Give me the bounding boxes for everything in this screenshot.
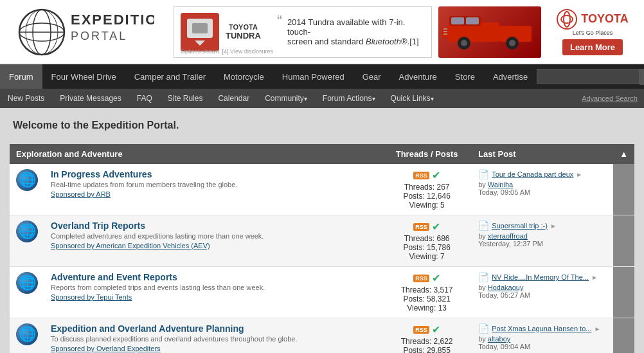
row-expand-toggle[interactable] <box>613 164 634 215</box>
last-post-time: Today, 09:05 AM <box>478 188 607 196</box>
forum-title-link[interactable]: In Progress Adventures <box>51 169 375 179</box>
forum-row-stats: RSS ✔ Threads: 686 Posts: 15,786 Viewing… <box>382 215 472 267</box>
next-arrow-icon: ► <box>591 274 598 281</box>
subnav-quick-links[interactable]: Quick Links <box>383 89 442 108</box>
svg-point-22 <box>564 12 570 27</box>
subnav-site-rules[interactable]: Site Rules <box>160 89 211 108</box>
check-icon: ✔ <box>432 323 440 336</box>
forum-section-header: Exploration and Adventure Threads / Post… <box>10 144 634 164</box>
expand-icon[interactable]: ▲ <box>620 149 628 159</box>
main-navigation: Forum Four Wheel Drive Camper and Traile… <box>0 64 644 89</box>
forum-row-info: Overland Trip Reports Completed adventur… <box>44 215 382 267</box>
rss-icon: RSS <box>413 326 429 334</box>
last-post-author-link[interactable]: Wainiha <box>488 181 513 188</box>
svg-point-13 <box>461 40 467 46</box>
forum-row-info: Expedition and Overland Adventure Planni… <box>44 318 382 354</box>
check-icon: ✔ <box>432 272 440 284</box>
advanced-search-link[interactable]: Advanced Search <box>582 95 644 102</box>
row-expand-toggle[interactable] <box>613 267 634 318</box>
last-post-time: Yesterday, 12:37 PM <box>478 240 607 248</box>
col-expand: ▲ <box>613 144 634 164</box>
forum-row-icon <box>10 318 44 354</box>
forum-stats-icons: RSS ✔ <box>388 272 465 284</box>
ad-text: 2014 Tundra available with 7-in. touch- … <box>287 17 425 46</box>
next-arrow-icon: ► <box>594 325 600 332</box>
forum-description: Real-time updates from forum members tra… <box>51 181 375 188</box>
ad-brand-label: TOYOTA TUNDRA <box>226 23 261 41</box>
svg-point-15 <box>509 40 515 46</box>
svg-rect-10 <box>451 17 464 24</box>
search-icon[interactable]: 🔍 <box>640 69 644 85</box>
forum-description: Reports from completed trips and events … <box>51 284 375 291</box>
table-row: Adventure and Event Reports Reports from… <box>10 267 634 318</box>
last-post-icon-row: 📄 Post Xmas Laguna Hansen to... ► <box>478 323 607 334</box>
last-post-icon-row: 📄 Supersmall trip :-) ► <box>478 221 607 231</box>
sponsor-link[interactable]: Sponsored by Tepui Tents <box>51 293 132 301</box>
forum-title-link[interactable]: Overland Trip Reports <box>51 221 375 231</box>
forum-title-link[interactable]: Adventure and Event Reports <box>51 272 375 282</box>
table-row: Expedition and Overland Adventure Planni… <box>10 318 634 354</box>
nav-item-adventure[interactable]: Adventure <box>390 64 446 89</box>
last-post-author-link[interactable]: xterraoffroad <box>488 232 528 240</box>
row-expand-toggle[interactable] <box>613 318 634 354</box>
last-post-time: Today, 09:04 AM <box>478 343 607 350</box>
col-header-threads-posts: Threads / Posts <box>382 144 472 164</box>
table-row: Overland Trip Reports Completed adventur… <box>10 215 634 267</box>
truck-svg <box>442 10 538 55</box>
row-expand-toggle[interactable] <box>613 215 634 267</box>
subnav-community[interactable]: Community <box>257 89 315 108</box>
forum-row-icon <box>10 215 44 267</box>
forum-row-stats: RSS ✔ Threads: 3,517 Posts: 58,321 Viewi… <box>382 267 472 318</box>
nav-item-gear[interactable]: Gear <box>353 64 390 89</box>
last-post-title-link[interactable]: Tour de Canada part deux <box>492 170 573 178</box>
sponsor-link[interactable]: Sponsored by American Expedition Vehicle… <box>51 242 210 249</box>
next-arrow-icon: ► <box>550 222 557 230</box>
nav-item-camper-trailer[interactable]: Camper and Trailer <box>125 64 215 89</box>
thread-count: Threads: 3,517 <box>388 285 465 294</box>
nav-item-human-powered[interactable]: Human Powered <box>273 64 353 89</box>
forum-row-stats: RSS ✔ Threads: 2,622 Posts: 29,855 Viewi… <box>382 318 472 354</box>
subnav-calendar[interactable]: Calendar <box>210 89 257 108</box>
document-icon: 📄 <box>478 323 489 334</box>
forum-title-link[interactable]: Expedition and Overland Adventure Planni… <box>51 323 375 334</box>
forum-row-last-post: 📄 NV Ride....In Memory Of The... ► by Ho… <box>472 267 613 318</box>
nav-item-store[interactable]: Store <box>446 64 484 89</box>
search-input[interactable] <box>537 69 640 84</box>
document-icon: 📄 <box>478 221 489 231</box>
subnav-private-messages[interactable]: Private Messages <box>52 89 129 108</box>
last-post-time: Today, 05:27 AM <box>478 291 607 299</box>
svg-rect-11 <box>466 17 479 24</box>
nav-item-forum[interactable]: Forum <box>0 64 42 89</box>
svg-text:EXPEDITION: EXPEDITION <box>71 12 154 28</box>
post-count: Posts: 29,855 <box>388 346 465 353</box>
ad-banner: EXPEDITION PORTAL TOYOTA TUNDRA “ <box>0 0 644 64</box>
nav-item-motorcycle[interactable]: Motorcycle <box>215 64 273 89</box>
last-post-title-link[interactable]: Post Xmas Laguna Hansen to... <box>492 325 591 332</box>
forum-stats-icons: RSS ✔ <box>388 221 465 233</box>
learn-more-button[interactable]: Learn More <box>562 39 623 55</box>
post-count: Posts: 15,786 <box>388 243 465 252</box>
subnav-forum-actions[interactable]: Forum Actions <box>315 89 383 108</box>
subnav-new-posts[interactable]: New Posts <box>0 89 52 108</box>
last-post-title-link[interactable]: NV Ride....In Memory Of The... <box>492 273 589 281</box>
thread-count: Threads: 2,622 <box>388 337 465 346</box>
nav-item-advertise[interactable]: Advertise <box>484 64 537 89</box>
subnav-faq[interactable]: FAQ <box>129 89 160 108</box>
forum-row-stats: RSS ✔ Threads: 267 Posts: 12,646 Viewing… <box>382 164 472 215</box>
rss-icon: RSS <box>413 172 429 179</box>
expedition-portal-logo: EXPEDITION PORTAL <box>6 6 154 58</box>
sponsor-link[interactable]: Sponsored by Overland Expediters <box>51 345 161 352</box>
col-header-last-post: Last Post <box>472 144 613 164</box>
sponsor-link[interactable]: Sponsored by ARB <box>51 190 111 198</box>
forum-stats-icons: RSS ✔ <box>388 323 465 336</box>
ad-disclaimer: Options shown. [4] View disclosures <box>181 48 273 55</box>
thread-count: Threads: 267 <box>388 183 465 192</box>
last-post-title-link[interactable]: Supersmall trip :-) <box>492 222 548 230</box>
viewing-count: Viewing: 13 <box>388 303 465 312</box>
last-post-author-link[interactable]: altaboy <box>488 335 510 343</box>
nav-item-four-wheel-drive[interactable]: Four Wheel Drive <box>42 64 125 89</box>
last-post-author-link[interactable]: Hodakaguy <box>488 284 524 291</box>
forum-stats-icons: RSS ✔ <box>388 169 465 181</box>
forum-description: To discuss planned expeditions and overl… <box>51 335 375 343</box>
last-post-icon-row: 📄 NV Ride....In Memory Of The... ► <box>478 272 607 282</box>
